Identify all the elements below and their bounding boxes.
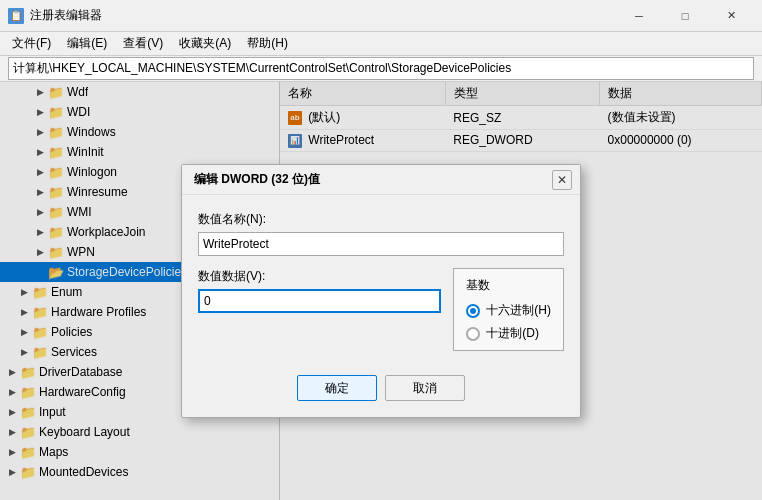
minimize-button[interactable]: ─	[616, 0, 662, 32]
dialog-body: 数值名称(N): 数值数据(V): 基数 十六进制(H)	[182, 195, 580, 367]
base-label: 基数	[466, 277, 551, 294]
ok-button[interactable]: 确定	[297, 375, 377, 401]
cancel-button[interactable]: 取消	[385, 375, 465, 401]
radio-hex-item[interactable]: 十六进制(H)	[466, 302, 551, 319]
window-title: 注册表编辑器	[30, 7, 102, 24]
radio-dec-label: 十进制(D)	[486, 325, 539, 342]
radio-hex-label: 十六进制(H)	[486, 302, 551, 319]
window-controls: ─ □ ✕	[616, 0, 754, 32]
address-text[interactable]: 计算机\HKEY_LOCAL_MACHINE\SYSTEM\CurrentCon…	[8, 57, 754, 80]
menu-favorites[interactable]: 收藏夹(A)	[171, 33, 239, 54]
menu-edit[interactable]: 编辑(E)	[59, 33, 115, 54]
title-bar-left: 📋 注册表编辑器	[8, 7, 102, 24]
base-radio-group: 基数 十六进制(H) 十进制(D)	[453, 268, 564, 351]
value-data-label: 数值数据(V):	[198, 268, 441, 285]
edit-dword-dialog: 编辑 DWORD (32 位)值 ✕ 数值名称(N): 数值数据(V): 基数	[181, 164, 581, 418]
radio-dec-item[interactable]: 十进制(D)	[466, 325, 551, 342]
app-icon: 📋	[8, 8, 24, 24]
radio-hex-circle	[466, 304, 480, 318]
value-name-label: 数值名称(N):	[198, 211, 564, 228]
close-button[interactable]: ✕	[708, 0, 754, 32]
maximize-button[interactable]: □	[662, 0, 708, 32]
value-data-col: 数值数据(V):	[198, 268, 441, 313]
menu-file[interactable]: 文件(F)	[4, 33, 59, 54]
dialog-title-bar: 编辑 DWORD (32 位)值 ✕	[182, 165, 580, 195]
dialog-close-button[interactable]: ✕	[552, 170, 572, 190]
dialog-overlay: 编辑 DWORD (32 位)值 ✕ 数值名称(N): 数值数据(V): 基数	[0, 82, 762, 500]
radio-dec-circle	[466, 327, 480, 341]
dialog-title: 编辑 DWORD (32 位)值	[194, 171, 320, 188]
value-data-row: 数值数据(V): 基数 十六进制(H) 十进制(D)	[198, 268, 564, 351]
title-bar: 📋 注册表编辑器 ─ □ ✕	[0, 0, 762, 32]
menu-help[interactable]: 帮助(H)	[239, 33, 296, 54]
address-bar: 计算机\HKEY_LOCAL_MACHINE\SYSTEM\CurrentCon…	[0, 56, 762, 82]
value-name-group: 数值名称(N):	[198, 211, 564, 256]
menu-bar: 文件(F) 编辑(E) 查看(V) 收藏夹(A) 帮助(H)	[0, 32, 762, 56]
value-data-input[interactable]	[198, 289, 441, 313]
dialog-footer: 确定 取消	[182, 367, 580, 417]
menu-view[interactable]: 查看(V)	[115, 33, 171, 54]
value-name-input[interactable]	[198, 232, 564, 256]
